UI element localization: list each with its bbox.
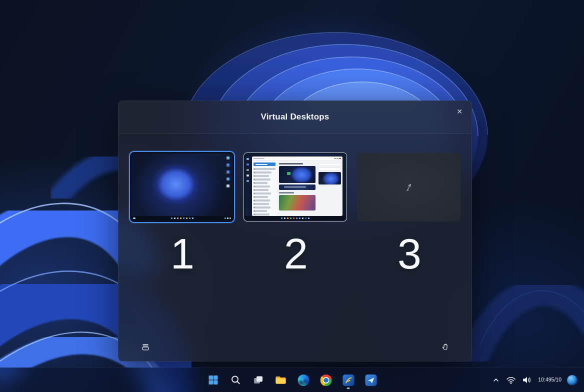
- mini-taskbar: [245, 216, 346, 220]
- blue-yellow-app-icon: [342, 374, 354, 386]
- edge-icon: [298, 374, 309, 386]
- desktop-stack-icon: [140, 342, 150, 352]
- blue-app-icon: [365, 374, 376, 386]
- desktop-thumbnail-1[interactable]: [129, 151, 235, 223]
- taskbar-center-icons: [204, 368, 381, 392]
- tray-chevron-button[interactable]: [489, 370, 503, 390]
- desktop-stack-button[interactable]: [139, 341, 152, 353]
- dialog-header: Virtual Desktops: [118, 101, 472, 134]
- search-icon: [230, 374, 242, 386]
- dialog-title: Virtual Desktops: [260, 112, 329, 122]
- volume-button[interactable]: [519, 370, 535, 390]
- pinned-app-button-7[interactable]: [338, 370, 358, 390]
- hand-icon: [441, 342, 450, 352]
- file-explorer-icon: [275, 374, 287, 386]
- mini-settings-sidebar: [252, 161, 277, 216]
- close-button[interactable]: ✕: [452, 105, 466, 118]
- start-button[interactable]: [204, 370, 224, 390]
- blue-globe-app-icon: [567, 375, 578, 386]
- edge-button[interactable]: [294, 370, 314, 390]
- hand-tool-button[interactable]: [439, 341, 452, 353]
- tray-app-button[interactable]: [564, 370, 580, 390]
- system-tray: 10:49 5/10: [489, 368, 580, 392]
- file-explorer-button[interactable]: [271, 370, 291, 390]
- desktop-number-3: 3: [356, 232, 462, 275]
- mini-media-card: [279, 195, 316, 210]
- virtual-desktops-dialog: Virtual Desktops ✕: [118, 100, 472, 362]
- taskbar: 10:49 5/10: [0, 368, 584, 392]
- mini-taskbar: [132, 216, 232, 220]
- chevron-up-icon: [492, 376, 500, 384]
- desktop-thumbnail-3[interactable]: [357, 153, 460, 222]
- desktop-2-preview: [245, 154, 346, 220]
- mini-banner: [279, 184, 316, 190]
- desktop-number-1: 1: [130, 232, 234, 275]
- cursor-icon: [403, 182, 415, 194]
- desktop-number-2: 2: [243, 232, 348, 275]
- chrome-button[interactable]: [316, 370, 336, 390]
- mini-settings-main: [277, 161, 317, 216]
- chrome-icon: [320, 374, 332, 386]
- mini-hero-image: [279, 166, 316, 183]
- task-view-icon: [253, 374, 264, 386]
- tray-date: 5/10: [552, 376, 562, 384]
- running-indicator: [347, 388, 350, 389]
- mini-desktop-icons: [246, 158, 249, 182]
- pinned-app-button-8[interactable]: [361, 370, 381, 390]
- mini-settings-window: [252, 156, 342, 216]
- volume-icon: [522, 375, 532, 385]
- taskbar-clock[interactable]: 10:49 5/10: [535, 370, 564, 390]
- wifi-icon: [506, 375, 516, 385]
- desktop-1-preview: [132, 154, 232, 220]
- mini-settings-rightpane: [317, 161, 342, 216]
- windows-start-icon: [208, 374, 219, 386]
- mini-window-titlebar: [252, 156, 342, 161]
- wifi-button[interactable]: [503, 370, 519, 390]
- tray-time: 10:49: [538, 376, 551, 384]
- search-button[interactable]: [226, 370, 246, 390]
- close-icon: ✕: [456, 108, 462, 116]
- mini-desktop-icons: [226, 156, 230, 187]
- desktop-thumbnail-2[interactable]: [244, 152, 347, 222]
- task-view-button[interactable]: [248, 370, 268, 390]
- mini-media-card-blue: [318, 172, 341, 184]
